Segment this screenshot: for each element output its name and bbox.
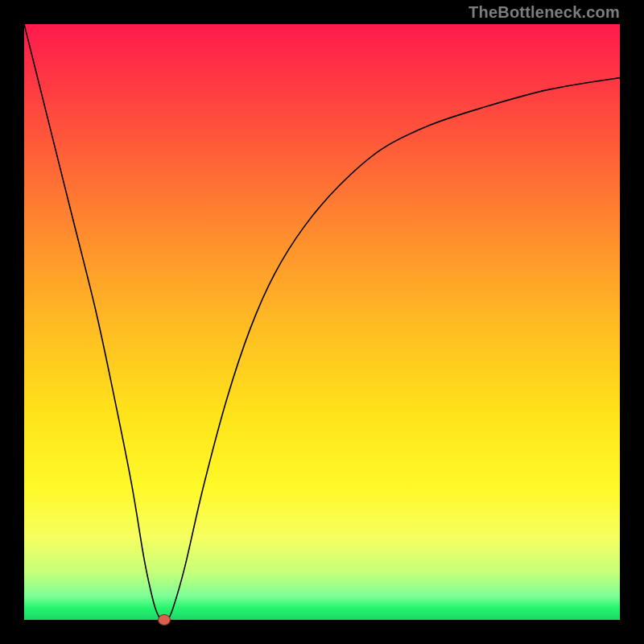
- plot-area: [24, 24, 620, 620]
- minimum-marker: [158, 614, 171, 625]
- chart-frame: TheBottleneck.com: [0, 0, 644, 644]
- bottleneck-curve: [24, 24, 620, 620]
- attribution-text: TheBottleneck.com: [469, 3, 620, 22]
